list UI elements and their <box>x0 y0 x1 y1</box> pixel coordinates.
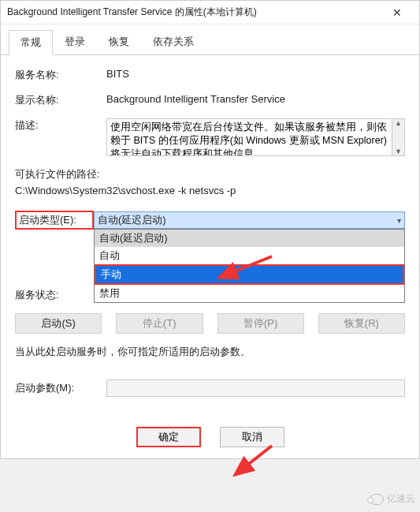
startup-option-auto[interactable]: 自动 <box>95 247 404 264</box>
scroll-up-icon[interactable]: ▲ <box>395 119 402 127</box>
label-startup-type: 启动类型(E): <box>15 211 94 230</box>
stop-button: 停止(T) <box>116 313 203 334</box>
dialog-footer: 确定 取消 <box>1 420 419 458</box>
startup-option-auto-delayed[interactable]: 自动(延迟启动) <box>95 230 404 247</box>
properties-dialog: Background Intelligent Transfer Service … <box>0 0 420 459</box>
row-description: 描述: 使用空闲网络带宽在后台传送文件。如果该服务被禁用，则依赖于 BITS 的… <box>15 118 405 156</box>
watermark-text: 亿速云 <box>387 492 415 506</box>
label-service-status: 服务状态: <box>15 288 106 302</box>
tab-strip: 常规 登录 恢复 依存关系 <box>1 24 419 55</box>
row-service-name: 服务名称: BITS <box>15 68 405 82</box>
value-service-name: BITS <box>106 68 405 80</box>
cancel-button[interactable]: 取消 <box>220 427 284 447</box>
label-exe-path: 可执行文件的路径: <box>15 167 405 181</box>
label-start-params: 启动参数(M): <box>15 381 106 395</box>
description-textbox[interactable]: 使用空闲网络带宽在后台传送文件。如果该服务被禁用，则依赖于 BITS 的任何应用… <box>106 118 392 156</box>
label-description: 描述: <box>15 118 106 133</box>
startup-type-selected-value: 自动(延迟启动) <box>98 213 166 227</box>
startup-option-disabled[interactable]: 禁用 <box>95 285 404 302</box>
chevron-down-icon: ▾ <box>397 216 401 225</box>
scroll-down-icon[interactable]: ▼ <box>395 148 402 155</box>
label-service-name: 服务名称: <box>15 68 106 82</box>
start-params-hint: 当从此处启动服务时，你可指定所适用的启动参数。 <box>15 345 405 359</box>
resume-button: 恢复(R) <box>318 313 405 334</box>
close-icon[interactable]: ✕ <box>381 6 413 19</box>
tab-recovery[interactable]: 恢复 <box>97 29 141 54</box>
row-startup-type: 启动类型(E): 自动(延迟启动) ▾ 自动(延迟启动) 自动 手动 禁用 <box>15 211 405 230</box>
row-display-name: 显示名称: Background Intelligent Transfer Se… <box>15 93 405 107</box>
tab-dependencies[interactable]: 依存关系 <box>141 29 206 54</box>
description-scrollbar[interactable]: ▲▼ <box>392 118 405 156</box>
startup-type-select-wrap: 自动(延迟启动) ▾ 自动(延迟启动) 自动 手动 禁用 <box>94 211 405 229</box>
pause-button: 暂停(P) <box>217 313 304 334</box>
tab-general[interactable]: 常规 <box>9 30 53 55</box>
tab-logon[interactable]: 登录 <box>53 29 97 54</box>
start-params-input <box>106 379 405 397</box>
row-start-params: 启动参数(M): <box>15 379 405 397</box>
tab-content-general: 服务名称: BITS 显示名称: Background Intelligent … <box>1 55 419 420</box>
window-title: Background Intelligent Transfer Service … <box>7 6 381 19</box>
start-button[interactable]: 启动(S) <box>15 313 102 334</box>
label-display-name: 显示名称: <box>15 93 106 107</box>
value-exe-path: C:\Windows\System32\svchost.exe -k netsv… <box>15 185 405 196</box>
startup-type-dropdown: 自动(延迟启动) 自动 手动 禁用 <box>94 229 405 303</box>
startup-type-select[interactable]: 自动(延迟启动) ▾ <box>94 211 405 229</box>
ok-button[interactable]: 确定 <box>136 427 201 447</box>
service-control-buttons: 启动(S) 停止(T) 暂停(P) 恢复(R) <box>15 313 405 334</box>
titlebar: Background Intelligent Transfer Service … <box>1 1 419 24</box>
value-display-name: Background Intelligent Transfer Service <box>106 93 405 105</box>
row-exe-path: 可执行文件的路径: C:\Windows\System32\svchost.ex… <box>15 167 405 196</box>
watermark-icon <box>370 494 384 505</box>
watermark: 亿速云 <box>370 492 415 506</box>
startup-option-manual[interactable]: 手动 <box>95 264 404 285</box>
